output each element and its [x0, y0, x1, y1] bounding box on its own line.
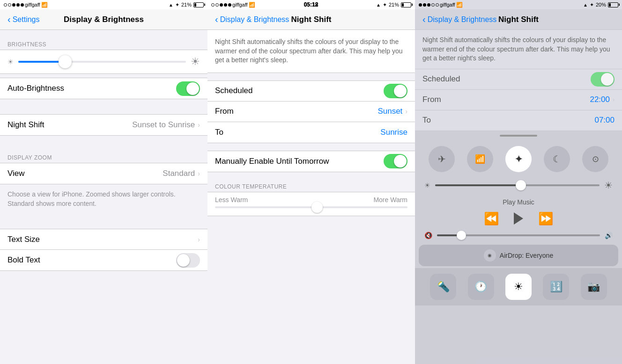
cc-brightness-thumb[interactable] [516, 180, 526, 190]
back-label-1[interactable]: Settings [13, 15, 40, 24]
flashlight-button[interactable]: 🔦 [430, 274, 456, 300]
page-title-2: Night Shift [291, 15, 332, 24]
carrier-3: giffgaff 📶 [419, 2, 463, 8]
night-shift-value: Sunset to Sunrise [132, 120, 195, 130]
scheduled-label: Scheduled [215, 86, 252, 95]
calculator-button[interactable]: 🔢 [543, 274, 569, 300]
manually-cell: Manually Enable Until Tomorrow [207, 151, 415, 172]
temp-slider-track[interactable] [215, 206, 407, 208]
to-label-3: To [422, 116, 594, 125]
cc-sun-large-icon: ☀ [604, 180, 613, 191]
battery-icon-3 [608, 2, 618, 7]
panel-night-shift: giffgaff 📶 05:12 ▲ ✦ 21% ‹ Display & Bri… [207, 0, 415, 364]
text-size-label: Text Size [7, 235, 40, 244]
wifi-icon-2: 📶 [249, 2, 255, 8]
nav-bar-2: ‹ Display & Brightness Night Shift [207, 9, 415, 30]
text-options-group: Text Size › Bold Text [0, 229, 207, 271]
brightness-fill [18, 61, 65, 63]
page-title-1: Display & Brightness [64, 15, 144, 24]
airplane-button[interactable]: ✈ [429, 146, 455, 172]
battery-icon-1 [193, 2, 204, 7]
bluetooth-button[interactable]: ✦ [505, 146, 532, 172]
sun-large-icon: ☀ [191, 56, 200, 68]
bluetooth-icon-2: ✦ [383, 2, 387, 8]
battery-pct-2: 21% [389, 2, 399, 7]
cc-brightness-row: ☀ ☀ [415, 180, 622, 197]
bluetooth-cc-icon: ✦ [515, 153, 523, 165]
status-bar-1: giffgaff 📶 05:12 ▲ ✦ 21% [0, 0, 207, 9]
back-button-2[interactable]: ‹ Display & Brightness [215, 14, 289, 25]
scheduled-label-3: Scheduled [422, 74, 591, 84]
view-cell[interactable]: View Standard › [0, 163, 207, 184]
brightness-thumb[interactable] [59, 55, 72, 68]
brightness-slider[interactable]: ☀ ☀ [7, 56, 200, 68]
colour-temp-area: Less Warm More Warm [207, 192, 415, 216]
volume-off-icon: 🔇 [424, 232, 432, 239]
status-right-2: ▲ ✦ 21% [376, 2, 411, 8]
auto-brightness-thumb [186, 82, 199, 95]
rewind-button[interactable]: ⏪ [484, 211, 499, 226]
view-description: Choose a view for iPhone. Zoomed shows l… [0, 184, 207, 214]
from-value-3: 22:00 [590, 95, 610, 104]
play-button[interactable] [514, 212, 523, 225]
bold-text-thumb [177, 254, 190, 267]
from-chevron-3: › [613, 96, 615, 103]
back-button-3[interactable]: ‹ Display & Brightness [422, 14, 496, 25]
from-to-cell[interactable]: From Sunset › To Sunrise [207, 102, 415, 143]
panel-control-center: giffgaff 📶 05:18 ▲ ✦ 20% ‹ Display & Bri… [415, 0, 622, 364]
moon-button[interactable]: ☾ [544, 146, 570, 172]
night-shift-desc-3: Night Shift automatically shifts the col… [415, 30, 622, 69]
calculator-icon: 🔢 [550, 281, 563, 293]
cc-brightness-track[interactable] [435, 184, 600, 186]
from-cell-3: From 22:00 › [415, 90, 622, 110]
night-shift-label: Night Shift [7, 120, 44, 130]
back-label-3[interactable]: Display & Brightness [428, 15, 497, 24]
panel-display-brightness: giffgaff 📶 05:12 ▲ ✦ 21% ‹ Settings Disp… [0, 0, 207, 364]
back-button-1[interactable]: ‹ Settings [7, 14, 39, 25]
brightness-track[interactable] [18, 61, 186, 63]
signal-dot-8 [220, 3, 223, 7]
airdrop-row[interactable]: ◉ AirDrop: Everyone [419, 245, 618, 266]
cc-controls-row: ✈ 📶 ✦ ☾ ⊙ [415, 138, 622, 180]
cc-volume-thumb[interactable] [457, 231, 466, 240]
scheduled-toggle-3 [591, 72, 615, 87]
back-label-2[interactable]: Display & Brightness [220, 15, 289, 24]
signal-dot-11 [419, 3, 422, 7]
camera-button[interactable]: 📷 [581, 274, 607, 300]
status-bar-3: giffgaff 📶 05:18 ▲ ✦ 20% [415, 0, 622, 9]
signal-dot-4 [16, 3, 20, 7]
cc-bottom-icons: 🔦 🕐 ☀ 🔢 📷 [415, 268, 622, 306]
scheduled-cell: Scheduled [207, 81, 415, 102]
back-chevron-1: ‹ [7, 14, 11, 25]
night-shift-cell[interactable]: Night Shift Sunset to Sunrise › [0, 115, 207, 135]
wifi-button[interactable]: 📶 [467, 146, 493, 172]
signal-dot-3 [12, 3, 15, 7]
bold-text-toggle[interactable] [176, 253, 200, 268]
from-label: From [215, 107, 378, 116]
temp-slider-thumb[interactable] [311, 202, 323, 213]
brightness-app-button[interactable]: ☀ [505, 274, 532, 300]
text-size-cell[interactable]: Text Size › [0, 229, 207, 250]
battery-fill-3 [609, 3, 611, 7]
battery-fill-2 [402, 3, 404, 7]
display-zoom-group: View Standard › [0, 163, 207, 184]
auto-brightness-toggle[interactable] [176, 81, 200, 96]
fastforward-button[interactable]: ⏩ [538, 211, 553, 226]
orientation-lock-button[interactable]: ⊙ [582, 146, 608, 172]
auto-brightness-group: Auto-Brightness [0, 78, 207, 99]
battery-icon-2 [401, 2, 411, 7]
to-value: Sunrise [380, 128, 407, 137]
wifi-cc-icon: 📶 [475, 154, 485, 164]
carrier-2: giffgaff 📶 [211, 2, 255, 8]
handle-bar [500, 135, 537, 137]
signal-dot-9 [224, 3, 227, 7]
sun-small-icon: ☀ [7, 58, 14, 66]
cc-sun-small-icon: ☀ [424, 182, 430, 189]
brightness-icon: ☀ [514, 281, 523, 293]
manually-toggle[interactable] [384, 154, 407, 168]
back-chevron-2: ‹ [215, 14, 218, 25]
clock-button[interactable]: 🕐 [468, 274, 494, 300]
bold-text-cell: Bold Text [0, 250, 207, 270]
scheduled-toggle[interactable] [384, 84, 407, 98]
cc-volume-track[interactable] [437, 234, 600, 236]
